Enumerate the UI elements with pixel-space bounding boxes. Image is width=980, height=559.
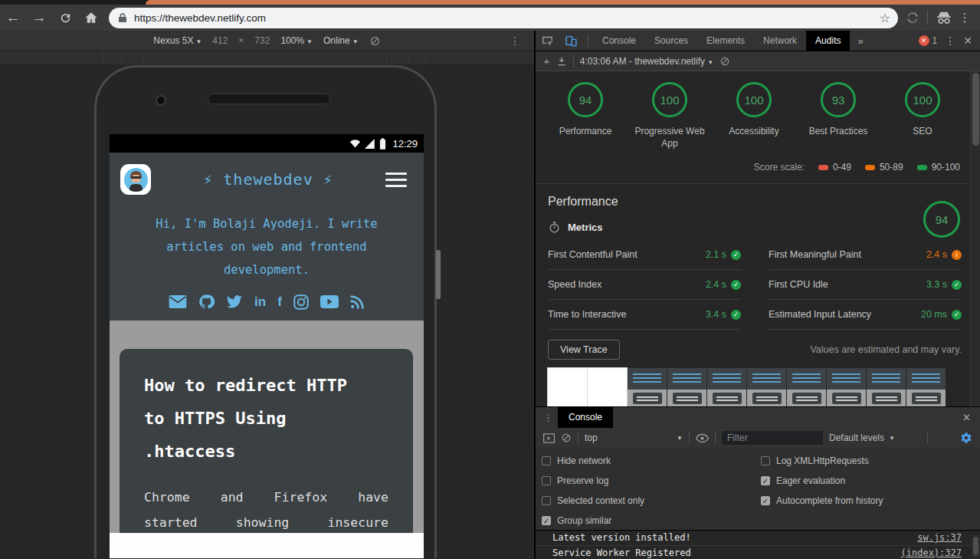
- hamburger-menu-icon[interactable]: [385, 169, 407, 191]
- tab-sources[interactable]: Sources: [645, 31, 697, 51]
- tab-console[interactable]: Console: [593, 31, 645, 51]
- console-setting[interactable]: ✓Group similar: [542, 511, 761, 531]
- checkbox[interactable]: [542, 456, 551, 465]
- category-score[interactable]: 100Accessibility: [712, 82, 796, 150]
- eye-icon[interactable]: [696, 433, 709, 443]
- devtools-close-icon[interactable]: ✕: [963, 35, 972, 47]
- clear-console-icon[interactable]: [561, 432, 572, 443]
- category-score[interactable]: 93Best Practices: [796, 82, 880, 150]
- drawer-menu-icon[interactable]: ⋮: [536, 412, 558, 423]
- category-score[interactable]: 100SEO: [880, 82, 965, 150]
- github-icon[interactable]: [198, 294, 215, 310]
- reload-button[interactable]: [52, 12, 78, 25]
- inspect-element-icon[interactable]: [536, 35, 559, 48]
- category-score[interactable]: 94Performance: [543, 82, 628, 150]
- device-select[interactable]: Nexus 5X▼: [153, 35, 202, 46]
- checkbox[interactable]: ✓: [542, 516, 551, 525]
- metric-value: 2.4 si: [926, 249, 962, 260]
- console-setting[interactable]: Hide network: [542, 451, 761, 471]
- article-title[interactable]: How to redirect HTTPto HTTPS Using.htacc…: [144, 369, 388, 468]
- more-tabs-button[interactable]: »: [850, 35, 870, 47]
- console-toolbar-divider: [578, 432, 578, 444]
- metric-row: First CPU Idle3.3 s✓: [769, 270, 962, 300]
- console-setting[interactable]: Log XMLHttpRequests: [761, 451, 980, 471]
- filmstrip-frame: [588, 368, 627, 406]
- site-bio: Hi, I'm Bolaji Ayodeji. I writearticles …: [110, 212, 424, 281]
- console-sidebar-toggle-icon[interactable]: [543, 433, 555, 443]
- media-query-bar[interactable]: [0, 51, 534, 65]
- filmstrip: [548, 368, 962, 406]
- emulated-viewport: 12:29 ⚡ thewebdev ⚡ Hi, I'm Bolaji Ayode…: [0, 51, 534, 558]
- console-filter-input[interactable]: Filter: [722, 431, 823, 445]
- extension-icon[interactable]: [906, 11, 919, 25]
- linkedin-icon[interactable]: in: [254, 294, 266, 310]
- drawer-close-icon[interactable]: ✕: [962, 412, 980, 423]
- console-drawer-tab[interactable]: Console: [558, 407, 613, 428]
- checkbox[interactable]: ✓: [761, 496, 770, 505]
- tab-audits[interactable]: Audits: [806, 31, 850, 51]
- site-title[interactable]: ⚡ thewebdev ⚡: [151, 170, 385, 189]
- scrollbar-thumb[interactable]: [972, 73, 979, 146]
- average-info-icon: i: [952, 250, 962, 260]
- email-icon[interactable]: [169, 295, 187, 308]
- console-setting[interactable]: ✓Autocomplete from history: [761, 491, 980, 511]
- url-text: https://thewebdev.netlify.com: [134, 12, 880, 24]
- facebook-glyph: f: [277, 294, 282, 309]
- scale-range-label: 0-49: [833, 162, 851, 173]
- youtube-icon[interactable]: [320, 295, 339, 308]
- console-setting[interactable]: ✓Eager evaluation: [761, 471, 980, 491]
- throttle-select[interactable]: Online▼: [323, 35, 359, 46]
- clear-audits-icon[interactable]: [719, 56, 730, 67]
- tab-network[interactable]: Network: [754, 31, 806, 51]
- audits-scrollbar[interactable]: [970, 71, 980, 406]
- checkbox[interactable]: [542, 496, 551, 505]
- console-message[interactable]: Latest version installed!sw.js:37: [536, 531, 980, 546]
- console-toolbar-divider: [715, 432, 716, 444]
- forward-button[interactable]: →: [26, 9, 52, 26]
- log-levels-select[interactable]: Default levels▼: [829, 432, 895, 443]
- device-toolbar-toggle-icon[interactable]: [559, 35, 583, 48]
- article-card[interactable]: How to redirect HTTPto HTTPS Using.htacc…: [120, 349, 413, 546]
- rotate-icon[interactable]: [369, 35, 381, 47]
- device-toolbar-menu-icon[interactable]: ⋮: [510, 35, 520, 47]
- home-button[interactable]: [78, 11, 104, 25]
- viewport-width[interactable]: 412: [212, 35, 228, 46]
- devtools-menu-icon[interactable]: ⋮: [945, 35, 955, 47]
- avatar[interactable]: [120, 164, 151, 195]
- filmstrip-frame: [867, 368, 906, 406]
- category-score[interactable]: 100Progressive Web App: [628, 82, 712, 150]
- metric-number: 20 ms: [921, 309, 947, 320]
- view-trace-button[interactable]: View Trace: [548, 340, 620, 360]
- checkbox[interactable]: [542, 476, 551, 485]
- back-button[interactable]: ←: [0, 9, 26, 26]
- console-setting[interactable]: Selected context only: [542, 491, 761, 511]
- error-count-badge[interactable]: ✕ 1: [919, 35, 938, 46]
- twitter-icon[interactable]: [226, 295, 243, 309]
- console-message[interactable]: Service Worker Registered(index):327: [536, 546, 980, 559]
- browser-menu-icon[interactable]: ⋮: [955, 11, 974, 25]
- rss-icon[interactable]: [350, 294, 365, 309]
- download-report-icon[interactable]: [556, 56, 567, 67]
- viewport-height[interactable]: 732: [254, 35, 270, 46]
- console-setting[interactable]: Preserve log: [542, 471, 761, 491]
- phone-camera: [156, 95, 166, 106]
- console-scrollbar[interactable]: [972, 535, 980, 558]
- message-source-link[interactable]: sw.js:37: [917, 531, 962, 545]
- checkbox[interactable]: [761, 456, 770, 465]
- execution-context-select[interactable]: top▼: [585, 432, 683, 443]
- instagram-icon[interactable]: [293, 294, 309, 310]
- facebook-icon[interactable]: f: [277, 294, 282, 310]
- score-circle: 94: [568, 82, 603, 117]
- console-settings-gear-icon[interactable]: [960, 432, 972, 444]
- incognito-profile-icon[interactable]: [936, 11, 952, 25]
- address-bar[interactable]: https://thewebdev.netlify.com ☆: [109, 8, 898, 28]
- pass-check-icon: ✓: [731, 250, 741, 260]
- checkbox[interactable]: ✓: [761, 476, 770, 485]
- message-source-link[interactable]: (index):327: [901, 546, 962, 559]
- zoom-select[interactable]: 100%▼: [280, 35, 313, 46]
- new-audit-icon[interactable]: +: [543, 54, 550, 67]
- audit-run-select[interactable]: 4:03:06 AM - thewebdev.netlify ▼: [580, 56, 713, 67]
- tab-elements[interactable]: Elements: [697, 31, 754, 51]
- devtools-panel: ConsoleSourcesElementsNetworkAudits » ✕ …: [534, 31, 980, 559]
- bookmark-star-icon[interactable]: ☆: [880, 11, 890, 25]
